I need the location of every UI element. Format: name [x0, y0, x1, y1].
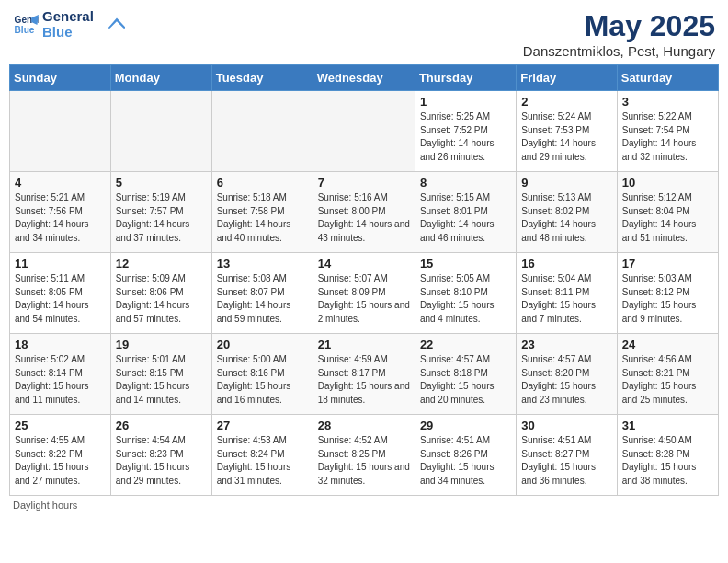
- day-number: 12: [116, 257, 207, 270]
- day-info: Sunrise: 5:18 AMSunset: 7:58 PMDaylight:…: [217, 191, 308, 245]
- calendar-cell: 1Sunrise: 5:25 AMSunset: 7:52 PMDaylight…: [415, 91, 516, 172]
- calendar-cell: 13Sunrise: 5:08 AMSunset: 8:07 PMDayligh…: [211, 253, 313, 334]
- day-info: Sunrise: 5:00 AMSunset: 8:16 PMDaylight:…: [217, 353, 308, 407]
- day-number: 24: [622, 338, 713, 351]
- calendar-cell: [313, 91, 415, 172]
- calendar-table: SundayMondayTuesdayWednesdayThursdayFrid…: [9, 64, 719, 496]
- day-number: 27: [217, 419, 308, 432]
- day-number: 18: [15, 338, 106, 351]
- day-info: Sunrise: 4:57 AMSunset: 8:20 PMDaylight:…: [521, 353, 611, 407]
- day-info: Sunrise: 4:51 AMSunset: 8:26 PMDaylight:…: [420, 434, 511, 488]
- logo-wave-icon: [97, 14, 125, 36]
- day-number: 31: [622, 419, 713, 432]
- calendar-cell: 30Sunrise: 4:51 AMSunset: 8:27 PMDayligh…: [517, 415, 617, 496]
- day-number: 23: [521, 338, 611, 351]
- day-number: 7: [318, 176, 410, 190]
- calendar-cell: 21Sunrise: 4:59 AMSunset: 8:17 PMDayligh…: [313, 334, 415, 415]
- calendar-cell: 2Sunrise: 5:24 AMSunset: 7:53 PMDaylight…: [517, 91, 617, 172]
- day-number: 13: [217, 257, 308, 270]
- day-number: 25: [15, 419, 106, 432]
- calendar-cell: 11Sunrise: 5:11 AMSunset: 8:05 PMDayligh…: [10, 253, 111, 334]
- day-number: 5: [116, 176, 207, 190]
- calendar-cell: 28Sunrise: 4:52 AMSunset: 8:25 PMDayligh…: [313, 415, 415, 496]
- svg-text:Blue: Blue: [15, 25, 35, 35]
- day-number: 19: [116, 338, 207, 351]
- day-info: Sunrise: 4:56 AMSunset: 8:21 PMDaylight:…: [622, 353, 713, 407]
- calendar-cell: 25Sunrise: 4:55 AMSunset: 8:22 PMDayligh…: [10, 415, 111, 496]
- day-info: Sunrise: 4:53 AMSunset: 8:24 PMDaylight:…: [217, 434, 308, 488]
- day-info: Sunrise: 5:01 AMSunset: 8:15 PMDaylight:…: [116, 353, 207, 407]
- day-number: 30: [521, 419, 611, 432]
- calendar-cell: 6Sunrise: 5:18 AMSunset: 7:58 PMDaylight…: [211, 172, 313, 253]
- calendar-cell: 14Sunrise: 5:07 AMSunset: 8:09 PMDayligh…: [313, 253, 415, 334]
- day-info: Sunrise: 5:09 AMSunset: 8:06 PMDaylight:…: [116, 272, 207, 326]
- day-info: Sunrise: 4:50 AMSunset: 8:28 PMDaylight:…: [622, 434, 713, 488]
- calendar-cell: 22Sunrise: 4:57 AMSunset: 8:18 PMDayligh…: [415, 334, 516, 415]
- calendar-cell: 16Sunrise: 5:04 AMSunset: 8:11 PMDayligh…: [517, 253, 617, 334]
- logo: General Blue General Blue: [13, 9, 125, 40]
- day-info: Sunrise: 5:12 AMSunset: 8:04 PMDaylight:…: [622, 191, 713, 245]
- day-info: Sunrise: 5:05 AMSunset: 8:10 PMDaylight:…: [420, 272, 511, 326]
- day-number: 1: [420, 95, 511, 109]
- day-number: 2: [521, 95, 611, 109]
- day-info: Sunrise: 4:57 AMSunset: 8:18 PMDaylight:…: [420, 353, 511, 407]
- day-info: Sunrise: 5:08 AMSunset: 8:07 PMDaylight:…: [217, 272, 308, 326]
- day-info: Sunrise: 5:24 AMSunset: 7:53 PMDaylight:…: [521, 110, 611, 164]
- day-number: 10: [622, 176, 713, 190]
- day-header-wednesday: Wednesday: [313, 65, 415, 91]
- calendar-cell: [110, 91, 211, 172]
- day-header-monday: Monday: [110, 65, 211, 91]
- day-info: Sunrise: 5:03 AMSunset: 8:12 PMDaylight:…: [622, 272, 713, 326]
- day-info: Sunrise: 4:51 AMSunset: 8:27 PMDaylight:…: [521, 434, 611, 488]
- calendar-cell: 5Sunrise: 5:19 AMSunset: 7:57 PMDaylight…: [110, 172, 211, 253]
- logo-blue: Blue: [42, 25, 94, 40]
- calendar-cell: 10Sunrise: 5:12 AMSunset: 8:04 PMDayligh…: [617, 172, 718, 253]
- calendar-cell: 20Sunrise: 5:00 AMSunset: 8:16 PMDayligh…: [211, 334, 313, 415]
- day-number: 21: [318, 338, 410, 351]
- calendar-cell: 17Sunrise: 5:03 AMSunset: 8:12 PMDayligh…: [617, 253, 718, 334]
- days-header-row: SundayMondayTuesdayWednesdayThursdayFrid…: [10, 65, 719, 91]
- day-number: 15: [420, 257, 511, 270]
- day-number: 11: [15, 257, 106, 270]
- day-number: 3: [622, 95, 713, 109]
- day-info: Sunrise: 5:15 AMSunset: 8:01 PMDaylight:…: [420, 191, 511, 245]
- day-info: Sunrise: 5:13 AMSunset: 8:02 PMDaylight:…: [521, 191, 611, 245]
- day-number: 26: [116, 419, 207, 432]
- calendar-cell: 29Sunrise: 4:51 AMSunset: 8:26 PMDayligh…: [415, 415, 516, 496]
- calendar-cell: 26Sunrise: 4:54 AMSunset: 8:23 PMDayligh…: [110, 415, 211, 496]
- day-number: 22: [420, 338, 511, 351]
- svg-marker-4: [108, 17, 125, 28]
- day-header-tuesday: Tuesday: [211, 65, 313, 91]
- calendar-cell: 23Sunrise: 4:57 AMSunset: 8:20 PMDayligh…: [517, 334, 617, 415]
- day-info: Sunrise: 5:19 AMSunset: 7:57 PMDaylight:…: [116, 191, 207, 245]
- day-number: 17: [622, 257, 713, 270]
- week-row-1: 1Sunrise: 5:25 AMSunset: 7:52 PMDaylight…: [10, 91, 719, 172]
- calendar-cell: 7Sunrise: 5:16 AMSunset: 8:00 PMDaylight…: [313, 172, 415, 253]
- calendar-cell: 9Sunrise: 5:13 AMSunset: 8:02 PMDaylight…: [517, 172, 617, 253]
- page-header: General Blue General Blue May 2025 Dansz…: [9, 9, 719, 59]
- week-row-5: 25Sunrise: 4:55 AMSunset: 8:22 PMDayligh…: [10, 415, 719, 496]
- day-number: 16: [521, 257, 611, 270]
- calendar-cell: [10, 91, 111, 172]
- calendar-cell: 3Sunrise: 5:22 AMSunset: 7:54 PMDaylight…: [617, 91, 718, 172]
- day-info: Sunrise: 4:52 AMSunset: 8:25 PMDaylight:…: [318, 434, 410, 488]
- day-info: Sunrise: 4:55 AMSunset: 8:22 PMDaylight:…: [15, 434, 106, 488]
- week-row-2: 4Sunrise: 5:21 AMSunset: 7:56 PMDaylight…: [10, 172, 719, 253]
- title-block: May 2025 Danszentmiklos, Pest, Hungary: [523, 9, 715, 59]
- month-title: May 2025: [523, 9, 715, 43]
- day-number: 28: [318, 419, 410, 432]
- day-header-sunday: Sunday: [10, 65, 111, 91]
- day-info: Sunrise: 5:04 AMSunset: 8:11 PMDaylight:…: [521, 272, 611, 326]
- day-info: Sunrise: 5:07 AMSunset: 8:09 PMDaylight:…: [318, 272, 410, 326]
- day-info: Sunrise: 4:59 AMSunset: 8:17 PMDaylight:…: [318, 353, 410, 407]
- day-header-friday: Friday: [517, 65, 617, 91]
- day-header-thursday: Thursday: [415, 65, 516, 91]
- logo-icon: General Blue: [13, 12, 39, 38]
- calendar-cell: 8Sunrise: 5:15 AMSunset: 8:01 PMDaylight…: [415, 172, 516, 253]
- week-row-4: 18Sunrise: 5:02 AMSunset: 8:14 PMDayligh…: [10, 334, 719, 415]
- day-number: 29: [420, 419, 511, 432]
- footer-note: Daylight hours: [9, 500, 719, 511]
- day-info: Sunrise: 5:25 AMSunset: 7:52 PMDaylight:…: [420, 110, 511, 164]
- calendar-cell: 24Sunrise: 4:56 AMSunset: 8:21 PMDayligh…: [617, 334, 718, 415]
- calendar-cell: 31Sunrise: 4:50 AMSunset: 8:28 PMDayligh…: [617, 415, 718, 496]
